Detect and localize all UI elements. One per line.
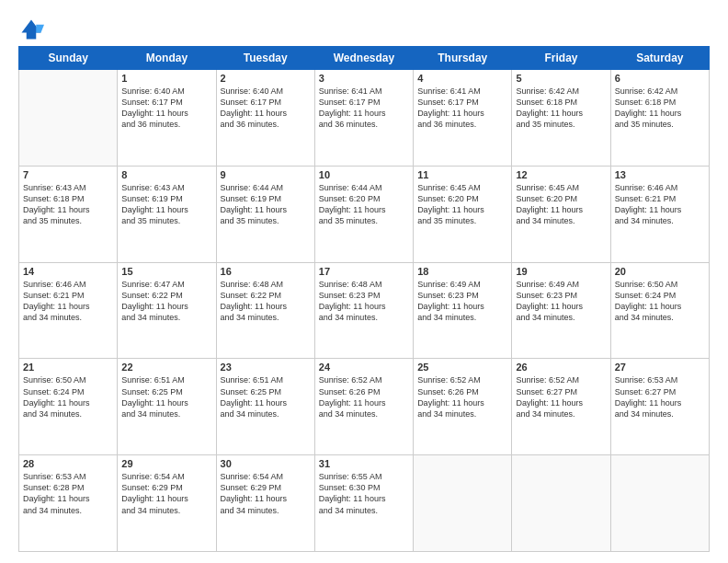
day-info: Sunrise: 6:43 AM Sunset: 6:18 PM Dayligh… (23, 182, 113, 227)
calendar-week-row: 1Sunrise: 6:40 AM Sunset: 6:17 PM Daylig… (19, 70, 710, 167)
day-number: 15 (121, 266, 211, 277)
day-info: Sunrise: 6:46 AM Sunset: 6:21 PM Dayligh… (615, 182, 705, 227)
calendar-cell (414, 455, 512, 552)
day-info: Sunrise: 6:49 AM Sunset: 6:23 PM Dayligh… (516, 279, 606, 324)
day-number: 4 (417, 73, 507, 84)
day-header-saturday: Saturday (610, 47, 709, 70)
calendar-cell: 13Sunrise: 6:46 AM Sunset: 6:21 PM Dayli… (610, 166, 709, 262)
day-info: Sunrise: 6:54 AM Sunset: 6:29 PM Dayligh… (121, 471, 211, 516)
calendar-cell: 12Sunrise: 6:45 AM Sunset: 6:20 PM Dayli… (512, 166, 610, 262)
calendar-cell: 5Sunrise: 6:42 AM Sunset: 6:18 PM Daylig… (512, 70, 610, 167)
day-number: 25 (417, 362, 507, 373)
calendar-cell (512, 455, 610, 552)
calendar-cell: 6Sunrise: 6:42 AM Sunset: 6:18 PM Daylig… (610, 70, 709, 167)
calendar-cell: 8Sunrise: 6:43 AM Sunset: 6:19 PM Daylig… (118, 166, 216, 262)
day-info: Sunrise: 6:51 AM Sunset: 6:25 PM Dayligh… (221, 374, 311, 419)
calendar-cell: 11Sunrise: 6:45 AM Sunset: 6:20 PM Dayli… (414, 166, 512, 262)
calendar-cell: 18Sunrise: 6:49 AM Sunset: 6:23 PM Dayli… (414, 262, 512, 359)
day-number: 21 (23, 362, 113, 373)
day-info: Sunrise: 6:42 AM Sunset: 6:18 PM Dayligh… (516, 86, 606, 131)
day-header-monday: Monday (118, 47, 216, 70)
day-number: 14 (23, 266, 113, 277)
calendar-cell: 21Sunrise: 6:50 AM Sunset: 6:24 PM Dayli… (19, 359, 118, 455)
day-info: Sunrise: 6:41 AM Sunset: 6:17 PM Dayligh… (319, 86, 409, 131)
calendar-cell: 20Sunrise: 6:50 AM Sunset: 6:24 PM Dayli… (610, 262, 709, 359)
calendar-cell: 24Sunrise: 6:52 AM Sunset: 6:26 PM Dayli… (314, 359, 413, 455)
day-number: 18 (417, 266, 507, 277)
calendar-cell: 26Sunrise: 6:52 AM Sunset: 6:27 PM Dayli… (512, 359, 610, 455)
calendar-cell: 31Sunrise: 6:55 AM Sunset: 6:30 PM Dayli… (314, 455, 413, 552)
day-info: Sunrise: 6:46 AM Sunset: 6:21 PM Dayligh… (23, 279, 113, 324)
calendar-cell (19, 70, 118, 167)
day-number: 23 (221, 362, 311, 373)
page: SundayMondayTuesdayWednesdayThursdayFrid… (0, 0, 728, 563)
day-info: Sunrise: 6:52 AM Sunset: 6:27 PM Dayligh… (516, 374, 606, 419)
day-info: Sunrise: 6:43 AM Sunset: 6:19 PM Dayligh… (121, 182, 211, 227)
day-info: Sunrise: 6:40 AM Sunset: 6:17 PM Dayligh… (221, 86, 311, 131)
day-number: 5 (516, 73, 606, 84)
day-info: Sunrise: 6:48 AM Sunset: 6:23 PM Dayligh… (319, 279, 409, 324)
calendar-cell: 25Sunrise: 6:52 AM Sunset: 6:26 PM Dayli… (414, 359, 512, 455)
calendar-week-row: 28Sunrise: 6:53 AM Sunset: 6:28 PM Dayli… (19, 455, 710, 552)
calendar-cell: 14Sunrise: 6:46 AM Sunset: 6:21 PM Dayli… (19, 262, 118, 359)
day-number: 29 (121, 458, 211, 469)
day-number: 22 (121, 362, 211, 373)
calendar-cell: 19Sunrise: 6:49 AM Sunset: 6:23 PM Dayli… (512, 262, 610, 359)
day-header-sunday: Sunday (19, 47, 118, 70)
calendar-header-row: SundayMondayTuesdayWednesdayThursdayFrid… (19, 47, 710, 70)
calendar-cell: 7Sunrise: 6:43 AM Sunset: 6:18 PM Daylig… (19, 166, 118, 262)
day-info: Sunrise: 6:51 AM Sunset: 6:25 PM Dayligh… (121, 374, 211, 419)
day-info: Sunrise: 6:45 AM Sunset: 6:20 PM Dayligh… (417, 182, 507, 227)
calendar-cell: 3Sunrise: 6:41 AM Sunset: 6:17 PM Daylig… (314, 70, 413, 167)
day-info: Sunrise: 6:41 AM Sunset: 6:17 PM Dayligh… (417, 86, 507, 131)
calendar-cell: 1Sunrise: 6:40 AM Sunset: 6:17 PM Daylig… (118, 70, 216, 167)
day-number: 2 (221, 73, 311, 84)
day-number: 1 (121, 73, 211, 84)
calendar-week-row: 21Sunrise: 6:50 AM Sunset: 6:24 PM Dayli… (19, 359, 710, 455)
calendar-cell: 30Sunrise: 6:54 AM Sunset: 6:29 PM Dayli… (216, 455, 314, 552)
logo-icon (18, 17, 44, 42)
calendar-week-row: 7Sunrise: 6:43 AM Sunset: 6:18 PM Daylig… (19, 166, 710, 262)
day-info: Sunrise: 6:55 AM Sunset: 6:30 PM Dayligh… (319, 471, 409, 516)
day-number: 20 (615, 266, 705, 277)
day-header-thursday: Thursday (414, 47, 512, 70)
calendar-cell: 2Sunrise: 6:40 AM Sunset: 6:17 PM Daylig… (216, 70, 314, 167)
calendar-cell: 27Sunrise: 6:53 AM Sunset: 6:27 PM Dayli… (610, 359, 709, 455)
day-number: 7 (23, 169, 113, 180)
day-info: Sunrise: 6:52 AM Sunset: 6:26 PM Dayligh… (319, 374, 409, 419)
day-number: 9 (221, 169, 311, 180)
calendar-cell (610, 455, 709, 552)
calendar-cell: 10Sunrise: 6:44 AM Sunset: 6:20 PM Dayli… (314, 166, 413, 262)
day-info: Sunrise: 6:45 AM Sunset: 6:20 PM Dayligh… (516, 182, 606, 227)
day-number: 30 (221, 458, 311, 469)
day-info: Sunrise: 6:49 AM Sunset: 6:23 PM Dayligh… (417, 279, 507, 324)
calendar-cell: 15Sunrise: 6:47 AM Sunset: 6:22 PM Dayli… (118, 262, 216, 359)
day-info: Sunrise: 6:50 AM Sunset: 6:24 PM Dayligh… (615, 279, 705, 324)
day-number: 13 (615, 169, 705, 180)
calendar-table: SundayMondayTuesdayWednesdayThursdayFrid… (18, 46, 710, 552)
day-info: Sunrise: 6:42 AM Sunset: 6:18 PM Dayligh… (615, 86, 705, 131)
day-number: 19 (516, 266, 606, 277)
day-number: 11 (417, 169, 507, 180)
day-number: 17 (319, 266, 409, 277)
calendar-cell: 4Sunrise: 6:41 AM Sunset: 6:17 PM Daylig… (414, 70, 512, 167)
header (18, 17, 710, 42)
calendar-cell: 22Sunrise: 6:51 AM Sunset: 6:25 PM Dayli… (118, 359, 216, 455)
day-info: Sunrise: 6:53 AM Sunset: 6:28 PM Dayligh… (23, 471, 113, 516)
calendar-cell: 17Sunrise: 6:48 AM Sunset: 6:23 PM Dayli… (314, 262, 413, 359)
day-number: 8 (121, 169, 211, 180)
day-number: 6 (615, 73, 705, 84)
calendar-cell: 28Sunrise: 6:53 AM Sunset: 6:28 PM Dayli… (19, 455, 118, 552)
day-number: 28 (23, 458, 113, 469)
svg-marker-1 (36, 25, 44, 33)
day-info: Sunrise: 6:48 AM Sunset: 6:22 PM Dayligh… (221, 279, 311, 324)
day-info: Sunrise: 6:44 AM Sunset: 6:20 PM Dayligh… (319, 182, 409, 227)
day-info: Sunrise: 6:50 AM Sunset: 6:24 PM Dayligh… (23, 374, 113, 419)
day-info: Sunrise: 6:54 AM Sunset: 6:29 PM Dayligh… (221, 471, 311, 516)
day-number: 10 (319, 169, 409, 180)
day-number: 26 (516, 362, 606, 373)
day-header-wednesday: Wednesday (314, 47, 413, 70)
calendar-cell: 29Sunrise: 6:54 AM Sunset: 6:29 PM Dayli… (118, 455, 216, 552)
day-number: 24 (319, 362, 409, 373)
day-number: 12 (516, 169, 606, 180)
